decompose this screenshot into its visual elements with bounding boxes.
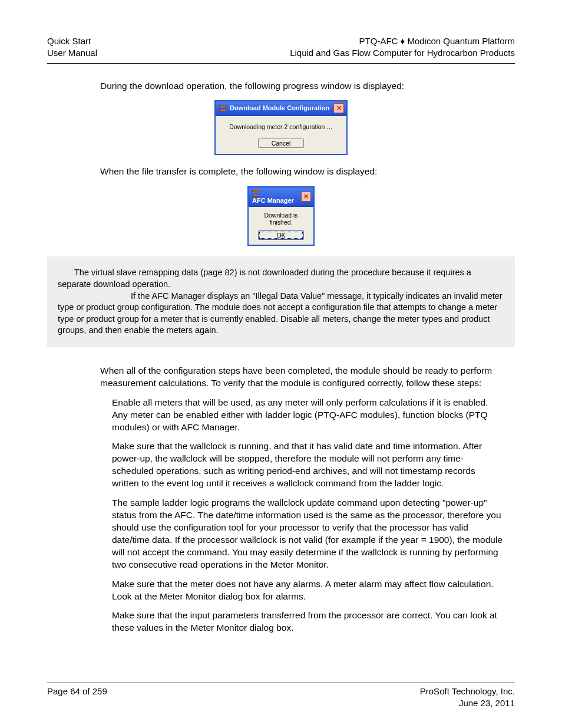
step-paragraph: The sample ladder logic programs the wal…: [112, 497, 503, 571]
dialog-figure-2: AFC Manager ✕ Download is finished. OK: [47, 186, 515, 246]
note-box: The virtual slave remapping data (page 8…: [47, 256, 515, 347]
close-icon[interactable]: ✕: [333, 103, 344, 113]
dialog-title-left: Download Module Configuration: [219, 104, 329, 112]
footer-date: June 23, 2011: [459, 698, 515, 708]
step-paragraph: Enable all meters that will be used, as …: [112, 397, 503, 434]
cancel-button[interactable]: Cancel: [258, 139, 304, 148]
dialog-message: Download is finished.: [252, 212, 310, 226]
footer-right: ProSoft Technology, Inc. June 23, 2011: [420, 686, 515, 710]
paragraph: When all of the configuration steps have…: [100, 365, 509, 390]
note-paragraph: The virtual slave remapping data (page 8…: [58, 267, 504, 290]
dialog-titlebar: Download Module Configuration ✕: [216, 101, 346, 116]
step-paragraph: Make sure that the input parameters tran…: [112, 610, 503, 634]
download-config-dialog: Download Module Configuration ✕ Download…: [214, 100, 348, 155]
close-icon[interactable]: ✕: [301, 192, 311, 202]
step-paragraph: Make sure that the wallclock is running,…: [112, 440, 503, 490]
footer-page-number: Page 64 of 259: [47, 686, 107, 710]
app-icon: [252, 190, 259, 197]
step-paragraph: Make sure that the meter does not have a…: [112, 578, 503, 603]
paragraph: During the download operation, the follo…: [100, 80, 509, 93]
page-footer: Page 64 of 259 ProSoft Technology, Inc. …: [47, 683, 515, 710]
dialog-title-text: AFC Manager: [252, 197, 294, 204]
ok-button[interactable]: OK: [258, 230, 304, 240]
dialog-title-left: AFC Manager: [252, 189, 301, 204]
dialog-body: Download is finished. OK: [249, 207, 313, 245]
dialog-titlebar: AFC Manager ✕: [249, 187, 313, 207]
header-right: PTQ-AFC ♦ Modicon Quantum Platform Liqui…: [290, 35, 515, 60]
header-left: Quick Start User Manual: [47, 35, 97, 60]
page: Quick Start User Manual PTQ-AFC ♦ Modico…: [0, 0, 562, 728]
header-product: PTQ-AFC ♦ Modicon Quantum Platform: [359, 36, 515, 46]
dialog-title-text: Download Module Configuration: [230, 104, 329, 111]
page-header: Quick Start User Manual PTQ-AFC ♦ Modico…: [47, 35, 515, 64]
header-doc-type: User Manual: [47, 48, 97, 58]
dialog-message: Downloading meter 2 configuration …: [220, 123, 342, 130]
afc-manager-dialog: AFC Manager ✕ Download is finished. OK: [247, 186, 315, 246]
dialog-body: Downloading meter 2 configuration … Canc…: [216, 116, 346, 154]
paragraph: When the file transfer is complete, the …: [100, 166, 509, 178]
footer-company: ProSoft Technology, Inc.: [420, 686, 515, 696]
dialog-figure-1: Download Module Configuration ✕ Download…: [47, 100, 515, 155]
header-subtitle: Liquid and Gas Flow Computer for Hydroca…: [290, 48, 515, 58]
note-paragraph: If the AFC Manager displays an "Illegal …: [58, 291, 504, 337]
app-icon: [219, 105, 226, 112]
header-section: Quick Start: [47, 36, 91, 46]
